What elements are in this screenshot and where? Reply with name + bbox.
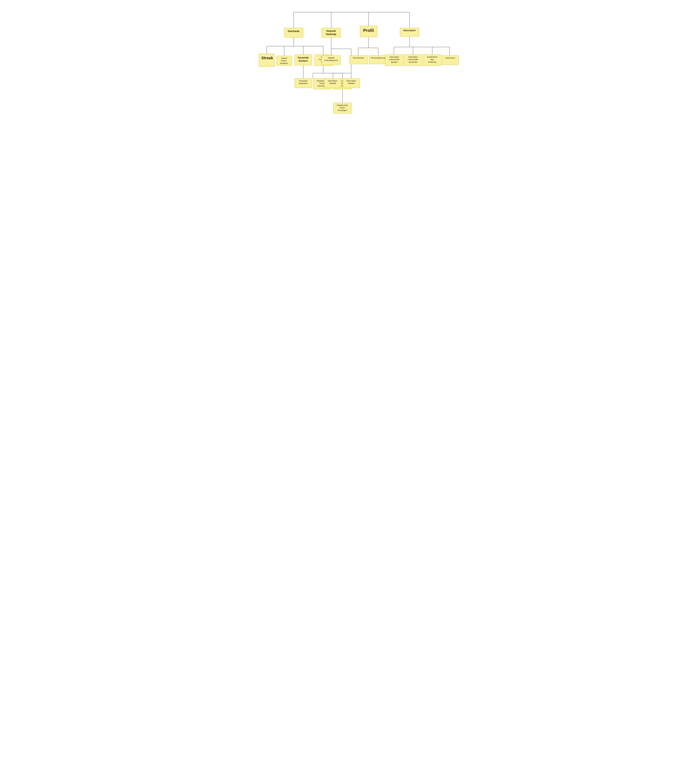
node-verlauf: VerlaufEssen­eingeben	[276, 56, 292, 66]
node-favoritenliste: Favoriten­liste	[349, 55, 368, 64]
node-impressum: Impressum	[442, 55, 459, 65]
node-statistik-liniendiagramm: StatistikLinien­diagramm	[321, 55, 341, 65]
node-ausfuehrliche-app: AusführlicheAppErklärung	[423, 54, 442, 66]
diagram-container: Startseite Statistik Heatmap Profil Info…	[257, 0, 440, 165]
node-detailansicht-essen2: DetailansichtEssenhinzufügen	[333, 103, 351, 114]
node-startseite: Startseite	[284, 28, 303, 38]
node-streak: Streak	[259, 54, 275, 67]
node-info-lpyramide: InformationLebensmittelpyramide	[404, 54, 422, 66]
node-info-statistik-1: InformationStatistik	[324, 78, 341, 88]
node-pyramide-vorgestern: PyramideVorgestern	[295, 78, 312, 88]
node-info-lgruppe: InformationLebensmittelgruppe	[385, 54, 404, 66]
node-statistik-heatmap: Statistik Heatmap	[321, 28, 341, 38]
node-profil: Profil	[360, 26, 377, 37]
node-info-statistik-2: InformationStatistik	[343, 78, 360, 88]
node-information: Information	[400, 28, 419, 36]
node-pyramide-gestern: PyramideGestern	[295, 54, 312, 65]
node-personalisierung: Personali­sierung	[369, 55, 387, 64]
